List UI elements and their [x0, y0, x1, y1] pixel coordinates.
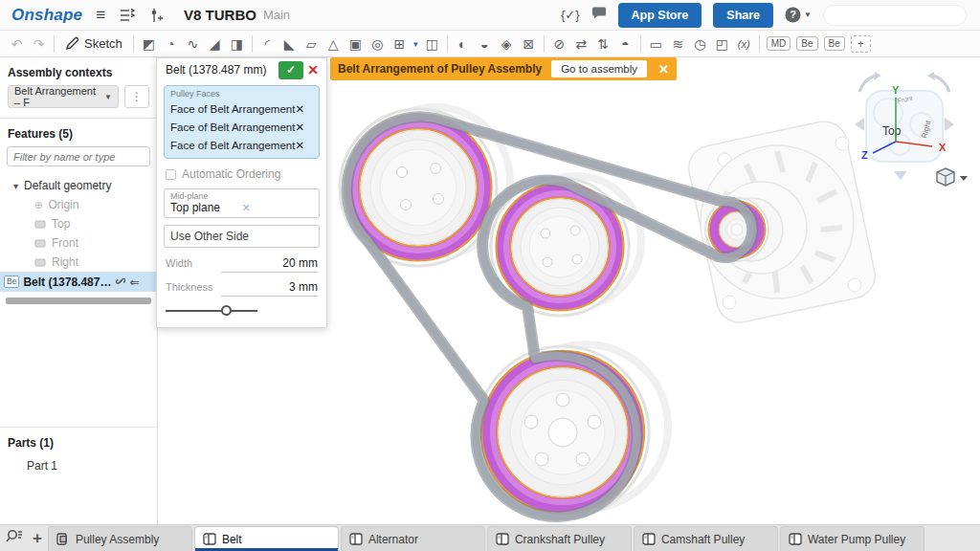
manage-tabs-icon[interactable]: [6, 529, 23, 547]
hamburger-menu-icon[interactable]: ≡: [96, 6, 105, 25]
assembly-context-dropdown[interactable]: Belt Arrangement – F ▼: [8, 85, 119, 108]
in-context-arrow-icon: ⇐: [129, 276, 139, 289]
sweep-icon[interactable]: ∿: [182, 33, 204, 55]
redo-icon[interactable]: ↷: [28, 33, 50, 55]
context-options-button[interactable]: ⋮: [124, 85, 149, 108]
share-button[interactable]: Share: [713, 3, 773, 28]
tree-node-right-plane[interactable]: Right: [0, 253, 157, 272]
mirror-icon[interactable]: ◫: [421, 33, 443, 55]
changelog-icon[interactable]: {✓}: [561, 8, 580, 22]
import-icon[interactable]: ◰: [711, 33, 733, 55]
confirm-button[interactable]: ✓: [278, 61, 303, 79]
replace-face-icon[interactable]: ⇅: [592, 33, 614, 55]
automatic-ordering-checkbox-row[interactable]: Automatic Ordering: [166, 167, 318, 181]
tab-belt[interactable]: Belt: [194, 526, 339, 551]
tree-node-origin[interactable]: ⊕ Origin: [0, 195, 157, 214]
view-cube-front-label: Top: [882, 124, 902, 138]
remove-face-icon[interactable]: ✕: [295, 139, 313, 152]
tree-node-default-geometry[interactable]: ▾ Default geometry: [0, 176, 157, 195]
versions-icon[interactable]: [119, 8, 136, 23]
variable-icon[interactable]: (x): [733, 33, 755, 55]
hole-icon[interactable]: ◎: [367, 33, 389, 55]
custom-feature-md-button[interactable]: MD: [767, 36, 791, 51]
part-list-item[interactable]: Part 1: [0, 455, 157, 473]
go-to-assembly-button[interactable]: Go to assembly: [551, 60, 647, 77]
face-list-item[interactable]: Face of Belt Arrangement ✕: [170, 136, 313, 154]
fill-surface-icon[interactable]: ◷: [689, 33, 711, 55]
tab-water-pump-pulley[interactable]: Water Pump Pulley: [780, 526, 924, 551]
custom-feature-be2-button[interactable]: Be: [824, 36, 845, 51]
fillet-icon[interactable]: ◜: [256, 33, 278, 55]
face-list-item[interactable]: Face of Belt Arrangement ✕: [170, 118, 313, 136]
revolve-icon[interactable]: ◔: [160, 33, 182, 55]
width-value[interactable]: 20 mm: [221, 256, 318, 273]
app-store-button[interactable]: App Store: [618, 3, 702, 28]
custom-feature-be-button[interactable]: Be: [796, 36, 817, 51]
slider-track[interactable]: [166, 310, 257, 312]
thickness-slider[interactable]: [166, 304, 257, 318]
view-options-button[interactable]: [937, 168, 968, 186]
part-studio-tab-icon: [496, 533, 509, 545]
toolbar-divider: [759, 35, 760, 53]
delete-face-icon[interactable]: ⊘: [548, 33, 570, 55]
linear-pattern-icon[interactable]: ⊞: [389, 33, 411, 55]
checkbox-unchecked-icon[interactable]: [166, 169, 176, 180]
thicken-icon[interactable]: ◨: [226, 33, 248, 55]
tab-pulley-assembly[interactable]: Pulley Assembly: [48, 526, 192, 551]
face-list-item[interactable]: Face of Belt Arrangement ✕: [170, 99, 313, 118]
midplane-field[interactable]: Mid-plane Top plane ✕: [164, 188, 320, 218]
chevron-expanded-icon[interactable]: ▾: [13, 181, 18, 191]
move-face-icon[interactable]: ⇄: [570, 33, 592, 55]
help-menu[interactable]: ? ▼: [785, 7, 812, 23]
pattern-dropdown-caret[interactable]: ▾: [411, 33, 421, 55]
plane-icon: [34, 220, 46, 229]
feature-filter-field[interactable]: [7, 146, 150, 166]
width-field[interactable]: Width 20 mm: [166, 256, 318, 273]
use-other-side-button[interactable]: Use Other Side: [164, 225, 320, 248]
undo-icon[interactable]: ↶: [6, 33, 28, 55]
offset-surface-icon[interactable]: ◓: [614, 33, 636, 55]
comment-icon[interactable]: [591, 7, 607, 24]
close-banner-icon[interactable]: ✕: [658, 62, 669, 77]
tree-node-front-plane[interactable]: Front: [0, 233, 157, 253]
remove-face-icon[interactable]: ✕: [295, 121, 313, 134]
add-custom-feature-button[interactable]: +: [851, 35, 871, 53]
delete-part-icon[interactable]: ⊠: [518, 33, 540, 55]
pulley-faces-selection[interactable]: Pulley Faces Face of Belt Arrangement ✕ …: [164, 85, 320, 159]
thickness-value[interactable]: 3 mm: [221, 280, 318, 297]
user-account-area[interactable]: [823, 5, 967, 26]
feature-filter-input[interactable]: [8, 151, 149, 163]
extrude-icon[interactable]: ◩: [138, 33, 160, 55]
remove-plane-icon[interactable]: ✕: [242, 202, 314, 214]
toolbar-icons: ↶↷Sketch◩◔∿◢◨◜◣▱△▣◎⊞▾◫◐◒◈⊠⊘⇄⇅◓▭≋◷◰(x)MDB…: [6, 33, 874, 55]
feature-item-belt-selected[interactable]: Be Belt (1378.487… ⇐: [0, 272, 157, 292]
shell-icon[interactable]: ▣: [345, 33, 367, 55]
onshape-logo[interactable]: Onshape: [11, 6, 82, 25]
plane-icon[interactable]: ▭: [645, 33, 667, 55]
tab-camshaft-pulley[interactable]: Camshaft Pulley: [634, 526, 778, 551]
remove-face-icon[interactable]: ✕: [295, 102, 313, 116]
boolean-icon[interactable]: ◐: [452, 33, 474, 55]
draft-icon[interactable]: ▱: [301, 33, 323, 55]
thickness-field[interactable]: Thickness 3 mm: [166, 280, 318, 297]
view-cube[interactable]: Top Right Front Y X Z: [855, 72, 954, 180]
tree-node-top-plane[interactable]: Top: [0, 214, 157, 233]
toolbar-divider: [54, 35, 55, 53]
slider-handle[interactable]: [221, 305, 232, 316]
tab-crankshaft-pulley[interactable]: Crankshaft Pulley: [487, 526, 632, 551]
sketch-button[interactable]: Sketch: [58, 34, 129, 53]
tab-alternator[interactable]: Alternator: [341, 526, 485, 551]
transform-icon[interactable]: ◈: [496, 33, 518, 55]
cancel-button[interactable]: ✕: [303, 61, 323, 79]
add-tab-button[interactable]: +: [33, 529, 42, 548]
helix-icon[interactable]: ≋: [667, 33, 689, 55]
chamfer-icon[interactable]: ◣: [278, 33, 301, 55]
create-version-icon[interactable]: [149, 8, 163, 23]
loft-icon[interactable]: ◢: [204, 33, 226, 55]
rib-icon[interactable]: △: [323, 33, 345, 55]
part-studio-tab-icon: [203, 533, 216, 545]
view-roll-arrows[interactable]: [859, 76, 949, 92]
top-bar: Onshape ≡ V8 TURBO Main {✓} App Store Sh…: [0, 0, 980, 31]
rollback-bar[interactable]: [6, 298, 151, 304]
split-icon[interactable]: ◒: [474, 33, 496, 55]
